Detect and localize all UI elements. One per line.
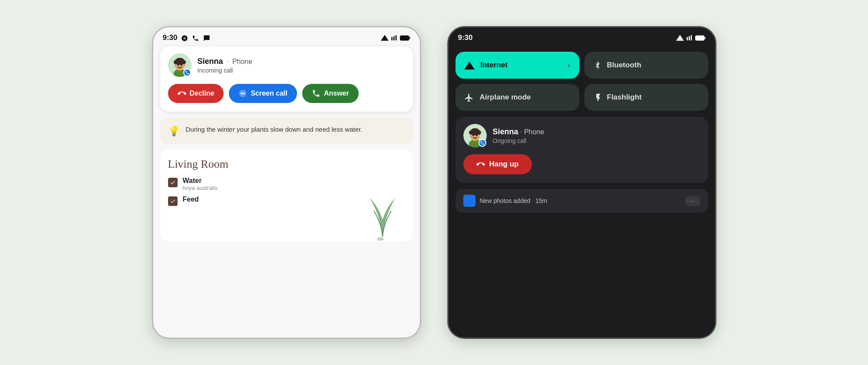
plant-feed-info: Feed (183, 196, 199, 203)
plant-water-info: Water hoya australis (183, 177, 218, 191)
message-icon (203, 34, 211, 42)
svg-rect-23 (686, 37, 688, 40)
wifi-calling-icon (191, 34, 199, 42)
svg-rect-5 (409, 36, 410, 39)
photos-badge: ··· (685, 196, 700, 206)
checkbox-feed (168, 196, 178, 206)
bottom-notif-text: New photos added · 15m (480, 197, 548, 204)
plant-water-sub: hoya australis (183, 185, 218, 191)
call-status: Incoming call (198, 67, 253, 74)
photos-label: New photos added (480, 197, 531, 204)
ongoing-app: Phone (524, 128, 544, 136)
status-left-group: 9:30 (163, 33, 211, 42)
caller-app: Phone (232, 58, 252, 65)
quick-settings: Internet › Bluetooth Airplane mode (449, 46, 715, 218)
living-room-title: Living Room (168, 158, 405, 171)
svg-rect-24 (689, 36, 690, 40)
qs-tile-airplane[interactable]: Airplane mode (455, 84, 579, 111)
caller-name: Sienna (198, 57, 223, 66)
flashlight-label: Flashlight (607, 93, 642, 102)
photos-icon (463, 195, 475, 207)
living-room-card: Living Room Water hoya australis Feed (160, 150, 413, 241)
svg-marker-0 (381, 35, 389, 41)
tip-icon: 💡 (168, 126, 180, 137)
qs-tile-bluetooth[interactable]: Bluetooth (584, 52, 708, 79)
svg-point-33 (469, 130, 473, 135)
plant-feed-name: Feed (183, 196, 199, 203)
svg-point-36 (476, 134, 478, 136)
svg-rect-4 (400, 35, 409, 40)
decline-button[interactable]: Decline (168, 84, 224, 103)
answer-button[interactable]: Answer (302, 84, 359, 103)
qs-tile-internet[interactable]: Internet › (455, 52, 579, 79)
call-header: Sienna · Phone Incoming call (168, 53, 405, 77)
svg-rect-25 (690, 35, 692, 40)
svg-point-35 (472, 134, 474, 136)
call-info: Sienna · Phone Incoming call (198, 57, 253, 74)
svg-point-19 (242, 93, 244, 94)
qs-tile-flashlight[interactable]: Flashlight (584, 84, 708, 111)
caller-avatar (168, 53, 191, 77)
checkbox-water (168, 178, 178, 187)
call-notification: Sienna · Phone Incoming call Decline Scr… (160, 46, 413, 112)
svg-point-13 (181, 64, 182, 66)
hang-up-label: Hang up (489, 160, 519, 169)
caller-dot: · (227, 58, 228, 65)
status-time-dark: 9:30 (458, 33, 473, 42)
call-action-buttons: Decline Screen call Answer (168, 84, 405, 103)
status-right-group-dark (676, 35, 706, 41)
bottom-notif-content: New photos added · 15m (463, 195, 548, 207)
phone-light-content: Sienna · Phone Incoming call Decline Scr… (153, 46, 420, 241)
tip-card: 💡 During the winter your plants slow dow… (160, 118, 413, 144)
flashlight-icon (593, 92, 601, 103)
svg-point-10 (174, 60, 178, 64)
call-badge-dark (479, 139, 486, 147)
qs-grid: Internet › Bluetooth Airplane mode (455, 52, 708, 111)
svg-rect-27 (704, 36, 705, 39)
caller-avatar-dark (463, 124, 487, 147)
tip-text: During the winter your plants slow down … (186, 125, 363, 134)
svg-marker-28 (464, 62, 475, 70)
svg-rect-1 (391, 37, 393, 40)
hang-up-button[interactable]: Hang up (463, 154, 532, 174)
screen-call-label: Screen call (251, 90, 287, 97)
decline-label: Decline (190, 90, 215, 97)
status-time-light: 9:30 (163, 33, 178, 42)
caller-name-line: Sienna · Phone (198, 57, 253, 66)
wifi-qs-icon (464, 60, 475, 71)
status-bar-light: 9:30 (153, 27, 420, 46)
answer-label: Answer (324, 90, 349, 97)
svg-point-21 (377, 237, 384, 241)
bluetooth-icon (593, 60, 601, 71)
ongoing-caller-name-line: Sienna · Phone (493, 127, 545, 136)
screen-call-button[interactable]: Screen call (229, 84, 297, 103)
airplane-icon (464, 92, 474, 103)
airplane-label: Airplane mode (480, 93, 531, 102)
status-bar-dark: 9:30 (449, 27, 715, 46)
ongoing-call-info: Sienna · Phone Ongoing call (493, 127, 545, 144)
plant-decoration (356, 180, 409, 241)
ongoing-call-header: Sienna · Phone Ongoing call (463, 124, 700, 147)
svg-point-16 (180, 69, 182, 70)
phone-dark: 9:30 Internet › Bluetooth (447, 26, 716, 339)
internet-chevron: › (568, 61, 571, 70)
plant-water-name: Water (183, 177, 218, 185)
ongoing-dot: · (520, 128, 522, 136)
ongoing-caller-name: Sienna (493, 127, 518, 136)
bottom-notification: New photos added · 15m ··· (455, 189, 708, 212)
svg-rect-26 (695, 35, 704, 40)
svg-point-34 (477, 130, 481, 135)
photos-time: 15m (535, 197, 547, 204)
svg-marker-22 (676, 35, 684, 41)
status-right-group-light (381, 35, 410, 41)
call-badge (183, 69, 191, 76)
svg-rect-3 (395, 35, 396, 40)
photos-dot: · (532, 197, 535, 204)
ongoing-call-notification: Sienna · Phone Ongoing call Hang up (455, 117, 708, 183)
svg-point-18 (241, 93, 242, 94)
svg-point-20 (244, 93, 245, 94)
phone-light: 9:30 (152, 26, 421, 339)
internet-label: Internet (481, 61, 508, 70)
bluetooth-label: Bluetooth (607, 61, 641, 70)
svg-point-11 (182, 60, 186, 64)
